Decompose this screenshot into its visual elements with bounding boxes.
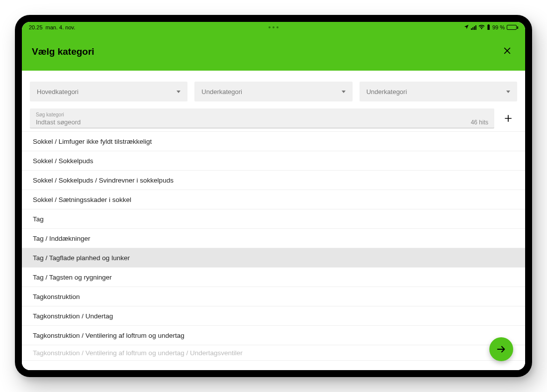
battery-charge-icon: [487, 24, 490, 31]
search-hits: 46 hits: [471, 119, 488, 126]
list-item-label: Tag / Tagflade planhed og lunker: [33, 254, 130, 262]
battery-icon: [507, 25, 518, 30]
list-item[interactable]: Sokkel / Sætningsskader i sokkel: [22, 190, 525, 209]
chevron-down-icon: [506, 91, 510, 93]
status-right: 99 %: [464, 24, 518, 31]
list-item[interactable]: Tag / Tagflade planhed og lunker: [22, 248, 525, 268]
tablet-frame: 20.25 man. 4. nov. 99 %: [15, 15, 532, 377]
list-item-label: Tag / Tagsten og rygninger: [33, 274, 112, 281]
list-item-label: Sokkel / Sokkelpuds: [33, 157, 93, 165]
list-item[interactable]: Tag / Tagsten og rygninger: [22, 267, 525, 287]
list-item-label: Tagkonstruktion / Ventilering af loftrum…: [33, 349, 243, 357]
status-left: 20.25 man. 4. nov.: [29, 24, 75, 30]
list-item[interactable]: Tagkonstruktion: [22, 287, 525, 306]
list-item[interactable]: Sokkel / Sokkelpuds: [22, 151, 525, 171]
add-button[interactable]: [499, 108, 517, 128]
chevron-down-icon: [177, 91, 181, 93]
page-title: Vælg kategori: [32, 46, 94, 57]
result-list[interactable]: Sokkel / Limfuger ikke fyldt tilstrækkel…: [22, 131, 525, 370]
list-item[interactable]: Sokkel / Limfuger ikke fyldt tilstrækkel…: [22, 131, 525, 151]
next-fab[interactable]: [489, 337, 513, 361]
search-placeholder: Indtast søgeord: [36, 118, 81, 126]
list-item-label: Sokkel / Sokkelpuds / Svindrevner i sokk…: [33, 177, 174, 184]
tablet-screen: 20.25 man. 4. nov. 99 %: [22, 22, 525, 370]
camera-dots: [269, 26, 278, 28]
list-item-label: Tagkonstruktion / Undertag: [33, 312, 113, 320]
list-item-label: Tag: [33, 215, 44, 223]
content-area: Hovedkategori Underkategori Underkategor…: [22, 71, 525, 370]
dropdown-label: Underkategori: [366, 88, 407, 96]
close-button[interactable]: [499, 43, 515, 61]
list-item[interactable]: Tagkonstruktion / Ventilering af loftrum…: [22, 325, 525, 345]
list-item-label: Tagkonstruktion / Ventilering af loftrum…: [33, 332, 184, 339]
arrow-right-icon: [496, 344, 507, 355]
battery-percent: 99 %: [492, 24, 505, 30]
list-item-label: Tag / Inddækninger: [33, 235, 91, 242]
chevron-down-icon: [342, 91, 346, 93]
list-item-label: Tagkonstruktion: [33, 293, 80, 300]
main-category-dropdown[interactable]: Hovedkategori: [30, 82, 187, 101]
list-item-label: Sokkel / Sætningsskader i sokkel: [33, 196, 131, 203]
signal-icon: [471, 25, 476, 30]
list-item[interactable]: Tag / Inddækninger: [22, 228, 525, 248]
list-item[interactable]: Sokkel / Sokkelpuds / Svindrevner i sokk…: [22, 170, 525, 190]
search-row: Søg kategori Indtast søgeord 46 hits: [22, 101, 525, 128]
sub-category-2-dropdown[interactable]: Underkategori: [360, 82, 517, 101]
location-icon: [464, 24, 469, 30]
status-date: man. 4. nov.: [46, 24, 76, 30]
search-input[interactable]: Søg kategori Indtast søgeord 46 hits: [30, 108, 494, 128]
list-item[interactable]: Tag: [22, 209, 525, 229]
list-item[interactable]: Tagkonstruktion / Ventilering af loftrum…: [22, 345, 525, 361]
sub-category-1-dropdown[interactable]: Underkategori: [194, 82, 352, 101]
app-header: Vælg kategori: [22, 33, 525, 71]
status-bar: 20.25 man. 4. nov. 99 %: [22, 22, 525, 33]
list-item[interactable]: Tagkonstruktion / Undertag: [22, 306, 525, 326]
search-label: Søg kategori: [36, 112, 488, 117]
dropdown-row: Hovedkategori Underkategori Underkategor…: [22, 71, 525, 101]
dropdown-label: Hovedkategori: [37, 88, 79, 96]
wifi-icon: [478, 24, 485, 30]
dropdown-label: Underkategori: [201, 88, 242, 96]
list-item-label: Sokkel / Limfuger ikke fyldt tilstrækkel…: [33, 138, 152, 145]
status-time: 20.25: [29, 24, 43, 30]
